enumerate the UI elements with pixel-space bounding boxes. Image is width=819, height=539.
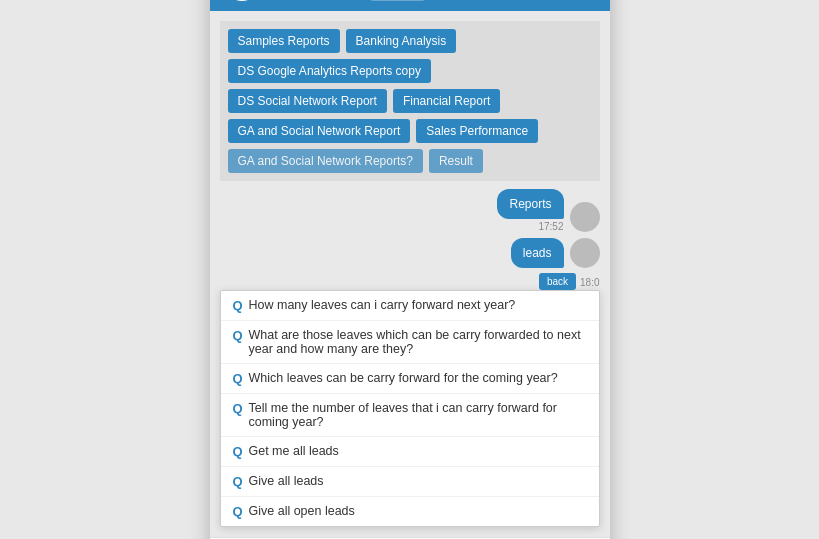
autocomplete-text-6: Give all leads [249, 474, 324, 488]
avatar-1 [570, 202, 600, 232]
report-btn-banking[interactable]: Banking Analysis [346, 29, 457, 53]
header-left: SiriusBOT [224, 0, 370, 1]
autocomplete-text-1: How many leaves can i carry forward next… [249, 298, 516, 312]
avatar-2 [570, 238, 600, 268]
feedback-back-btn[interactable]: back [539, 273, 576, 290]
autocomplete-text-5: Get me all leads [249, 444, 339, 458]
chat-header: SiriusBOT Basic User ▼ English ▼ All ▼ ⏻… [210, 0, 610, 11]
report-btn-result[interactable]: Result [429, 149, 483, 173]
q-icon-5: Q [233, 444, 245, 459]
report-btn-ga-social[interactable]: GA and Social Network Report [228, 119, 411, 143]
q-icon-2: Q [233, 328, 245, 343]
q-icon-4: Q [233, 401, 245, 416]
message-row-2: leads [511, 238, 600, 268]
chat-window: SiriusBOT Basic User ▼ English ▼ All ▼ ⏻… [210, 0, 610, 539]
report-btn-ga-social2[interactable]: GA and Social Network Reports? [228, 149, 423, 173]
reports-area: Samples Reports Banking Analysis DS Goog… [220, 21, 600, 181]
message-right-2: leads [511, 238, 564, 268]
autocomplete-text-7: Give all open leads [249, 504, 355, 518]
autocomplete-item-1[interactable]: Q How many leaves can i carry forward ne… [221, 291, 599, 321]
autocomplete-text-2: What are those leaves which can be carry… [249, 328, 587, 356]
q-icon-1: Q [233, 298, 245, 313]
header-right: Basic User ▼ English ▼ All ▼ ⏻ ✕ [370, 0, 596, 1]
message-row-1: Reports 17:52 [220, 189, 600, 232]
report-btn-financial[interactable]: Financial Report [393, 89, 500, 113]
msg-bubble-2: leads [511, 238, 564, 268]
report-btn-ga-copy[interactable]: DS Google Analytics Reports copy [228, 59, 431, 83]
chat-body: Samples Reports Banking Analysis DS Goog… [210, 11, 610, 537]
msg-bubble-1: Reports [497, 189, 563, 219]
msg-time-1: 17:52 [538, 221, 563, 232]
autocomplete-item-7[interactable]: Q Give all open leads [221, 497, 599, 526]
msg-time-2: 18:0 [580, 277, 599, 288]
autocomplete-item-3[interactable]: Q Which leaves can be carry forward for … [221, 364, 599, 394]
report-btn-samples[interactable]: Samples Reports [228, 29, 340, 53]
feedback-row: back 18:0 [539, 273, 600, 290]
q-icon-6: Q [233, 474, 245, 489]
logo-icon [224, 0, 260, 1]
autocomplete-text-3: Which leaves can be carry forward for th… [249, 371, 558, 385]
autocomplete-item-2[interactable]: Q What are those leaves which can be car… [221, 321, 599, 364]
autocomplete-dropdown: Q How many leaves can i carry forward ne… [220, 290, 600, 527]
q-icon-7: Q [233, 504, 245, 519]
report-btn-sales[interactable]: Sales Performance [416, 119, 538, 143]
autocomplete-item-4[interactable]: Q Tell me the number of leaves that i ca… [221, 394, 599, 437]
q-icon-3: Q [233, 371, 245, 386]
autocomplete-item-6[interactable]: Q Give all leads [221, 467, 599, 497]
messages-area: Reports 17:52 leads back 18:0 [220, 189, 600, 290]
user-dropdown[interactable]: Basic User ▼ [370, 0, 425, 1]
autocomplete-item-5[interactable]: Q Get me all leads [221, 437, 599, 467]
autocomplete-text-4: Tell me the number of leaves that i can … [249, 401, 587, 429]
message-right-1: Reports 17:52 [497, 189, 563, 232]
report-btn-social[interactable]: DS Social Network Report [228, 89, 387, 113]
